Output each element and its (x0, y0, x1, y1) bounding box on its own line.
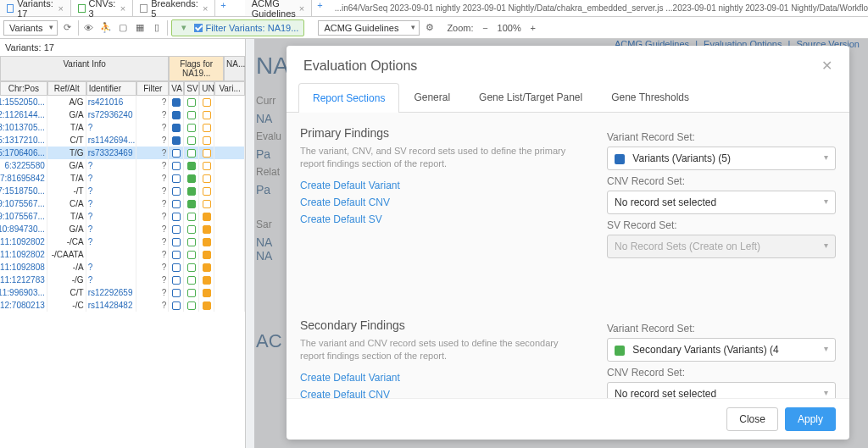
table-row[interactable]: 11:996903... C/T rs12292659 ? (0, 286, 245, 299)
cell-sv[interactable] (184, 159, 199, 172)
modal-tab[interactable]: Gene Thresholds (597, 82, 704, 112)
cell-sv[interactable] (184, 172, 199, 185)
cell-va[interactable] (169, 286, 184, 299)
cell-sv[interactable] (184, 248, 199, 261)
variant-record-set-select-2[interactable]: Secondary Variants (Variants) (4 (607, 338, 836, 362)
cell-un[interactable] (199, 197, 214, 210)
table-row[interactable]: 1:1552050... A/G rs421016 ? (0, 96, 245, 108)
cell-sv[interactable] (184, 185, 199, 197)
table-row[interactable]: 6:3225580 G/A ? ? (0, 159, 245, 172)
cell-sv[interactable] (184, 286, 199, 299)
table-row[interactable]: 5:1317210... C/T rs1142694... ? (0, 134, 245, 147)
cell-va[interactable] (169, 197, 184, 210)
box-icon[interactable]: ▢ (116, 21, 130, 35)
create-default-link[interactable]: Create Default Variant (300, 180, 581, 191)
cell-va[interactable] (169, 147, 184, 159)
top-tab[interactable]: ACMG Guidelines × (245, 0, 312, 16)
add-tab-right[interactable]: + (312, 0, 327, 16)
cell-va[interactable] (169, 274, 184, 286)
table-row[interactable]: 11:1212783 -/G ? ? (0, 274, 245, 286)
cell-un[interactable] (199, 274, 214, 286)
cell-sv[interactable] (184, 134, 199, 147)
cell-un[interactable] (199, 210, 214, 223)
cell-va[interactable] (169, 185, 184, 197)
table-row[interactable]: 5:1706406... T/G rs73323469 ? (0, 147, 245, 159)
eye-icon[interactable]: 👁 (82, 21, 96, 35)
close-button[interactable]: Close (726, 407, 778, 431)
cell-sv[interactable] (184, 274, 199, 286)
col-pos[interactable]: Chr:Pos (0, 81, 47, 96)
cell-va[interactable] (169, 248, 184, 261)
close-icon[interactable]: ✕ (821, 58, 832, 74)
table-row[interactable]: 3:1013705... T/A ? ? (0, 121, 245, 134)
cell-un[interactable] (199, 121, 214, 134)
table-row[interactable]: 11:1092802 -/CAATA ? (0, 248, 245, 261)
cell-un[interactable] (199, 147, 214, 159)
cell-sv[interactable] (184, 121, 199, 134)
cell-va[interactable] (169, 223, 184, 235)
modal-tab[interactable]: Report Sections (298, 83, 399, 113)
cell-un[interactable] (199, 261, 214, 274)
cell-un[interactable] (199, 185, 214, 197)
cnv-record-set-select-2[interactable]: No record set selected (607, 382, 836, 398)
col-filter[interactable]: Filter (136, 81, 169, 96)
cell-un[interactable] (199, 299, 214, 312)
table-row[interactable]: 9:1075567... C/A ? ? (0, 197, 245, 210)
modal-tab[interactable]: General (399, 82, 465, 112)
cell-un[interactable] (199, 108, 214, 121)
cell-sv[interactable] (184, 235, 199, 248)
create-default-link[interactable]: Create Default CNV (300, 389, 581, 398)
filter-variants-button[interactable]: ▾ Filter Variants: NA19... (171, 19, 305, 36)
table-row[interactable]: 7:81695842 T/A ? ? (0, 172, 245, 185)
cell-un[interactable] (199, 96, 214, 108)
cell-va[interactable] (169, 134, 184, 147)
cnv-record-set-select[interactable]: No record set selected (607, 191, 836, 214)
cell-sv[interactable] (184, 108, 199, 121)
cell-sv[interactable] (184, 299, 199, 312)
table-row[interactable]: 12:7080213 -/C rs11428482 ? (0, 299, 245, 312)
table-row[interactable]: 7:1518750... -/T ? ? (0, 185, 245, 197)
table-row[interactable]: 11:1092802 -/CA ? ? (0, 235, 245, 248)
panel-icon[interactable]: ▯ (150, 21, 164, 35)
cell-sv[interactable] (184, 147, 199, 159)
variant-record-set-select[interactable]: Variants (Variants) (5) (607, 147, 836, 170)
person-icon[interactable]: ⛹ (99, 21, 113, 35)
acmg-combo[interactable]: ACMG Guidelines (318, 20, 420, 36)
cell-sv[interactable] (184, 223, 199, 235)
cell-un[interactable] (199, 172, 214, 185)
cell-va[interactable] (169, 96, 184, 108)
tab-close-icon[interactable]: × (120, 3, 125, 14)
top-tab[interactable]: Variants: 17 × (0, 0, 71, 16)
cell-un[interactable] (199, 159, 214, 172)
cell-sv[interactable] (184, 96, 199, 108)
col-sv[interactable]: SV (184, 81, 199, 96)
table-row[interactable]: 9:1075567... T/A ? ? (0, 210, 245, 223)
cell-sv[interactable] (184, 261, 199, 274)
create-default-link[interactable]: Create Default CNV (300, 196, 581, 208)
zoom-out-icon[interactable]: − (479, 21, 492, 35)
tab-close-icon[interactable]: × (299, 3, 304, 14)
cell-va[interactable] (169, 121, 184, 134)
cell-un[interactable] (199, 286, 214, 299)
cell-va[interactable] (169, 172, 184, 185)
top-tab[interactable]: Breakends: 5 × (133, 0, 215, 16)
add-tab-left[interactable]: + (215, 0, 231, 16)
cell-va[interactable] (169, 235, 184, 248)
apply-button[interactable]: Apply (785, 407, 836, 431)
cell-un[interactable] (199, 248, 214, 261)
cell-va[interactable] (169, 210, 184, 223)
tab-close-icon[interactable]: × (58, 3, 64, 14)
cell-un[interactable] (199, 223, 214, 235)
modal-tab[interactable]: Gene List/Target Panel (465, 82, 597, 112)
gear-icon[interactable]: ⚙ (423, 21, 437, 35)
col-ref[interactable]: Ref/Alt (47, 81, 86, 96)
cell-un[interactable] (199, 235, 214, 248)
variants-combo[interactable]: Variants (3, 20, 58, 36)
col-va[interactable]: VA (169, 81, 184, 96)
cell-va[interactable] (169, 299, 184, 312)
cell-sv[interactable] (184, 197, 199, 210)
cell-va[interactable] (169, 108, 184, 121)
grid-icon[interactable]: ▦ (133, 21, 147, 35)
cell-va[interactable] (169, 159, 184, 172)
table-row[interactable]: 10:894730... G/A ? ? (0, 223, 245, 235)
